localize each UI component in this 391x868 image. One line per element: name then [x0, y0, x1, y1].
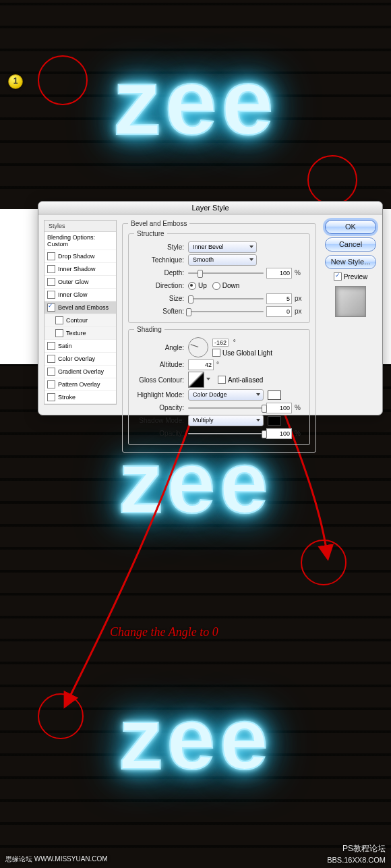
gloss-contour-label: Gloss Contour:: [134, 376, 184, 384]
style-checkbox[interactable]: [47, 342, 55, 350]
blending-options-label: Blending Options: Custom: [47, 234, 113, 248]
layer-style-dialog: Layer Style Styles Blending Options: Cus…: [38, 201, 383, 415]
highlight-opacity-input[interactable]: 100: [266, 403, 292, 413]
anti-aliased-label: Anti-aliased: [228, 376, 263, 384]
direction-up-radio[interactable]: [188, 282, 196, 290]
panel-title: Bevel and Emboss: [128, 220, 189, 227]
shadow-mode-select[interactable]: Multiply: [188, 415, 264, 426]
style-row-label: Satin: [58, 343, 72, 349]
altitude-input[interactable]: 42: [188, 359, 214, 370]
shadow-opacity-slider[interactable]: [188, 430, 264, 438]
style-checkbox[interactable]: [47, 393, 55, 401]
technique-label: Technique:: [134, 256, 184, 264]
style-checkbox[interactable]: [47, 368, 55, 376]
style-checkbox[interactable]: [55, 329, 63, 337]
angle-label: Angle:: [134, 344, 184, 351]
angle-input[interactable]: -162: [212, 339, 229, 347]
style-row-label: Stroke: [58, 394, 76, 401]
style-row-gradient-overlay[interactable]: Gradient Overlay: [44, 366, 116, 378]
style-checkbox[interactable]: [47, 303, 55, 312]
preview-swatch: [335, 286, 366, 317]
size-slider[interactable]: [188, 295, 264, 303]
ok-button[interactable]: OK: [325, 220, 376, 234]
shading-group: Shading Angle: -162 °: [128, 326, 310, 445]
highlight-mode-select[interactable]: Color Dodge: [188, 389, 264, 401]
style-row-label: Bevel and Emboss: [58, 304, 109, 311]
styles-sidebar: Styles Blending Options: Custom Drop Sha…: [44, 220, 117, 405]
style-row-bevel-and-emboss[interactable]: Bevel and Emboss: [44, 301, 116, 314]
style-row-pattern-overlay[interactable]: Pattern Overlay: [44, 378, 116, 391]
angle-wheel[interactable]: [188, 337, 208, 357]
anti-aliased-checkbox[interactable]: [218, 376, 226, 384]
style-row-label: Contour: [66, 317, 88, 324]
structure-legend: Structure: [134, 230, 167, 237]
style-checkbox[interactable]: [47, 252, 55, 260]
direction-up-label: Up: [198, 282, 207, 289]
style-row-label: Gradient Overlay: [58, 368, 104, 375]
watermark-right-bottom: BBS.16XX8.COM: [327, 856, 386, 864]
style-row-inner-glow[interactable]: Inner Glow: [44, 289, 116, 301]
use-global-light-label: Use Global Light: [222, 349, 272, 357]
watermark-right-top: PS教程论坛: [342, 843, 386, 855]
size-input[interactable]: 5: [266, 293, 292, 304]
watermark-left: 思缘论坛 WWW.MISSYUAN.COM: [5, 855, 108, 864]
style-row-satin[interactable]: Satin: [44, 340, 116, 353]
direction-down-label: Down: [222, 282, 240, 289]
direction-down-radio[interactable]: [212, 282, 220, 290]
panel-group: Bevel and Emboss Structure Style: Inner …: [122, 220, 316, 453]
size-label: Size:: [134, 295, 184, 302]
soften-unit: px: [295, 308, 304, 315]
highlight-opacity-unit: %: [295, 404, 304, 411]
technique-select[interactable]: Smooth: [188, 254, 257, 266]
structure-group: Structure Style: Inner Bevel Technique: …: [128, 230, 310, 323]
shadow-color-swatch[interactable]: [268, 416, 281, 426]
style-row-label: Texture: [66, 330, 86, 337]
style-row-contour[interactable]: Contour: [44, 314, 116, 327]
styles-sidebar-header[interactable]: Styles: [44, 221, 116, 232]
style-checkbox[interactable]: [47, 380, 55, 388]
depth-unit: %: [295, 269, 304, 277]
highlight-opacity-label: Opacity:: [134, 404, 184, 411]
highlight-color-swatch[interactable]: [268, 390, 281, 400]
blending-options-row[interactable]: Blending Options: Custom: [44, 232, 116, 250]
style-checkbox[interactable]: [47, 265, 55, 273]
style-row-outer-glow[interactable]: Outer Glow: [44, 276, 116, 289]
altitude-label: Altitude:: [134, 361, 184, 368]
preview-checkbox[interactable]: [334, 272, 342, 281]
style-checkbox[interactable]: [47, 278, 55, 286]
altitude-unit: °: [216, 361, 226, 368]
depth-label: Depth:: [134, 269, 184, 277]
depth-input[interactable]: 100: [266, 268, 292, 279]
highlight-mode-label: Highlight Mode:: [134, 391, 184, 399]
new-style-button[interactable]: New Style...: [325, 255, 376, 269]
style-checkbox[interactable]: [47, 291, 55, 299]
highlight-opacity-slider[interactable]: [188, 404, 264, 412]
style-row-label: Inner Glow: [58, 291, 88, 298]
shadow-opacity-label: Opacity:: [134, 430, 184, 437]
cancel-button[interactable]: Cancel: [325, 237, 376, 252]
badge-1: 1: [8, 74, 23, 89]
dialog-button-column: OK Cancel New Style... Preview: [324, 220, 377, 317]
style-row-texture[interactable]: Texture: [44, 327, 116, 340]
soften-input[interactable]: 0: [266, 306, 292, 317]
shadow-opacity-unit: %: [295, 430, 304, 437]
gloss-contour-picker[interactable]: [188, 372, 204, 388]
style-checkbox[interactable]: [55, 316, 63, 324]
direction-label: Direction:: [134, 282, 184, 289]
use-global-light-checkbox[interactable]: [212, 349, 220, 357]
bevel-emboss-panel: Bevel and Emboss Structure Style: Inner …: [122, 220, 316, 455]
style-checkbox[interactable]: [47, 355, 55, 363]
style-row-color-overlay[interactable]: Color Overlay: [44, 353, 116, 366]
style-row-stroke[interactable]: Stroke: [44, 391, 116, 404]
angle-unit: °: [233, 339, 236, 346]
size-unit: px: [295, 295, 304, 302]
depth-slider[interactable]: [188, 269, 264, 277]
preview-label: Preview: [344, 273, 368, 281]
soften-slider[interactable]: [188, 308, 264, 316]
style-select[interactable]: Inner Bevel: [188, 241, 257, 253]
shading-legend: Shading: [134, 326, 164, 333]
style-row-drop-shadow[interactable]: Drop Shadow: [44, 250, 116, 263]
shadow-opacity-input[interactable]: 100: [266, 428, 292, 439]
style-row-label: Color Overlay: [58, 355, 95, 362]
style-row-inner-shadow[interactable]: Inner Shadow: [44, 263, 116, 276]
